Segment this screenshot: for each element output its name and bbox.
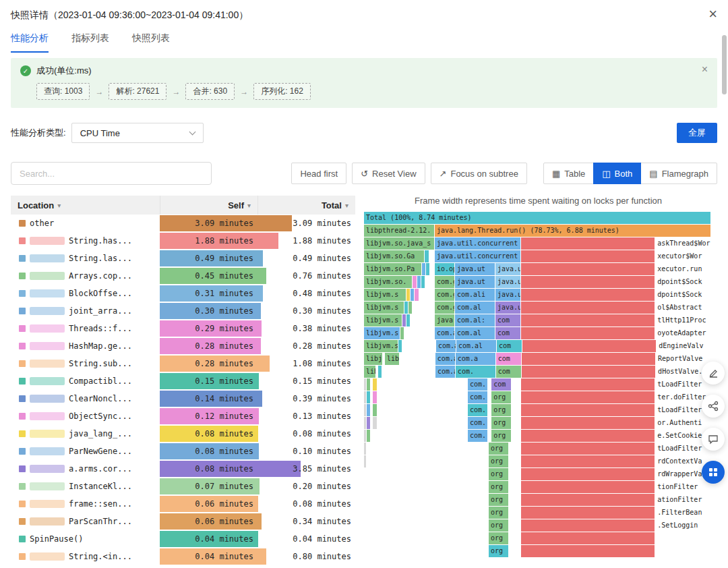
redacted-frame[interactable] (521, 443, 655, 455)
redacted-frame[interactable] (521, 289, 655, 301)
reset-view-button[interactable]: ↺Reset View (352, 163, 425, 184)
flame-frame[interactable]: tlHttp11Proc (655, 314, 711, 326)
flame-frame[interactable]: libjvm.s (364, 314, 402, 326)
table-row[interactable]: InstanceKl...0.07 minutes0.20 minutes (11, 478, 355, 495)
flame-frame[interactable]: com. (468, 378, 488, 391)
table-row[interactable]: java_lang_...0.08 minutes0.08 minutes (11, 425, 355, 443)
table-row[interactable]: Arrays.cop...0.45 minutes0.76 minutes (11, 267, 355, 285)
focus-on-subtree-button[interactable]: ↗Focus on subtree (431, 163, 527, 184)
flame-frame[interactable]: xecutor$Wor (655, 250, 711, 262)
flame-frame[interactable]: lib (364, 366, 376, 378)
flame-frame[interactable]: com.go (435, 289, 455, 301)
flame-frame[interactable]: .SetLoggin (655, 519, 711, 532)
flame-frame[interactable]: org (489, 545, 509, 557)
redacted-frame[interactable] (521, 404, 655, 416)
flame-frame[interactable]: org (489, 519, 509, 532)
flame-frame[interactable]: com. (468, 430, 488, 442)
flame-frame[interactable]: org (491, 417, 512, 429)
flame-frame[interactable]: libj (364, 353, 383, 365)
flame-frame[interactable]: ationFilter (655, 494, 711, 506)
flame-frame[interactable]: com (496, 366, 522, 378)
redacted-frame[interactable] (521, 314, 655, 326)
flame-frame[interactable]: org (491, 404, 512, 416)
flame-frame[interactable]: org (489, 507, 509, 519)
flame-frame[interactable]: java.u (495, 276, 521, 288)
flame-frame[interactable]: java.ut (455, 276, 495, 288)
flame-frame[interactable]: com. (456, 366, 496, 378)
tab-性能分析[interactable]: 性能分析 (11, 32, 49, 53)
flame-frame[interactable]: org (491, 430, 512, 442)
flame-frame[interactable]: org (489, 481, 509, 493)
flame-frame[interactable]: dpoint$Sock (655, 276, 711, 288)
flame-frame[interactable]: libjvm.s (364, 289, 406, 301)
column-header-total[interactable]: Total ▾ (257, 196, 355, 215)
search-input[interactable] (11, 162, 212, 185)
edit-icon[interactable] (702, 362, 725, 385)
column-header-location[interactable]: Location ▾ (11, 196, 160, 215)
flame-frame[interactable]: libjvm.s (364, 340, 398, 352)
view-mode-table[interactable]: ▦Table (543, 163, 594, 184)
banner-close-icon[interactable]: × (702, 63, 708, 76)
flame-frame[interactable]: dEngineValv (657, 340, 712, 352)
flame-frame[interactable]: com (496, 353, 522, 365)
flame-frame[interactable]: com.al: (455, 314, 495, 326)
table-row[interactable]: String.has...1.88 minutes1.88 minutes (11, 232, 355, 250)
flame-frame[interactable]: com (491, 378, 512, 391)
apps-icon[interactable] (702, 461, 725, 484)
redacted-frame[interactable] (521, 302, 655, 314)
flame-frame[interactable]: .FilterBean (655, 507, 711, 519)
flame-frame[interactable]: java.u (495, 289, 521, 301)
flame-frame[interactable]: com. (468, 404, 488, 416)
table-row[interactable]: ParScanThr...0.06 minutes0.34 minutes (11, 513, 355, 530)
analysis-type-select[interactable]: CPU Time (71, 123, 204, 143)
flame-frame[interactable]: io.ope (435, 263, 455, 275)
flame-frame[interactable]: oyoteAdapter (655, 327, 711, 339)
flame-frame[interactable]: com.al (455, 327, 495, 339)
flame-frame[interactable]: com.a (435, 366, 456, 378)
table-row[interactable]: frame::sen...0.06 minutes0.08 minutes (11, 495, 355, 513)
table-row[interactable]: joint_arra...0.30 minutes0.30 minutes (11, 302, 355, 320)
table-row[interactable]: ObjectSync...0.12 minutes0.13 minutes (11, 407, 355, 425)
flame-frame[interactable]: java.ut (455, 263, 495, 275)
flame-frame[interactable]: dpoint$Sock (655, 289, 711, 301)
flame-frame[interactable]: com. (468, 391, 488, 403)
table-row[interactable]: ParNewGene...0.08 minutes0.10 minutes (11, 443, 355, 460)
flame-frame[interactable]: askThread$Wor (655, 237, 711, 250)
flame-frame[interactable]: com.go (435, 276, 455, 288)
flame-frame[interactable]: java.u (495, 263, 521, 275)
flame-frame[interactable]: libpthread-2.12. (364, 225, 435, 237)
flame-frame[interactable]: lib (385, 353, 400, 365)
flame-frame[interactable]: org (489, 468, 509, 480)
flame-frame[interactable]: Total (100%, 8.74 minutes) (364, 212, 711, 224)
tab-快照列表[interactable]: 快照列表 (132, 32, 170, 53)
table-row[interactable]: other3.09 minutes3.09 minutes (11, 215, 355, 232)
redacted-frame[interactable] (521, 263, 655, 275)
flame-frame[interactable]: libjvm.so. (364, 276, 413, 288)
head-first-button[interactable]: Head first (291, 163, 346, 184)
scrollbar-thumb[interactable] (722, 35, 727, 94)
flame-frame[interactable]: ol$Abstract (655, 302, 711, 314)
flame-frame[interactable]: libjvm.so.java_s (364, 237, 435, 250)
table-row[interactable]: String.las...0.49 minutes0.49 minutes (11, 250, 355, 267)
redacted-frame[interactable] (521, 545, 655, 557)
redacted-frame[interactable] (522, 353, 656, 365)
flame-frame[interactable]: java.util.concurrent (435, 250, 521, 262)
redacted-frame[interactable] (521, 391, 655, 403)
redacted-frame[interactable] (521, 494, 655, 506)
flame-frame[interactable]: org (489, 455, 509, 467)
table-row[interactable]: a.arms.cor...0.08 minutes3.85 minutes (11, 460, 355, 478)
redacted-frame[interactable] (521, 430, 655, 442)
redacted-frame[interactable] (522, 340, 657, 352)
redacted-frame[interactable] (521, 481, 655, 493)
redacted-frame[interactable] (521, 417, 655, 429)
redacted-frame[interactable] (521, 468, 655, 480)
flame-frame[interactable]: libjvm.s (364, 327, 400, 339)
flame-frame[interactable]: com.al (456, 340, 497, 352)
flame-frame[interactable]: libjvm.so.Pa (364, 263, 422, 275)
redacted-frame[interactable] (521, 327, 655, 339)
flame-frame[interactable]: com.go (435, 302, 455, 314)
flame-frame[interactable]: com (497, 340, 522, 352)
tab-指标列表[interactable]: 指标列表 (71, 32, 109, 53)
table-row[interactable]: Compactibl...0.15 minutes0.15 minutes (11, 372, 355, 390)
table-row[interactable]: Threads::f...0.29 minutes0.38 minutes (11, 320, 355, 337)
